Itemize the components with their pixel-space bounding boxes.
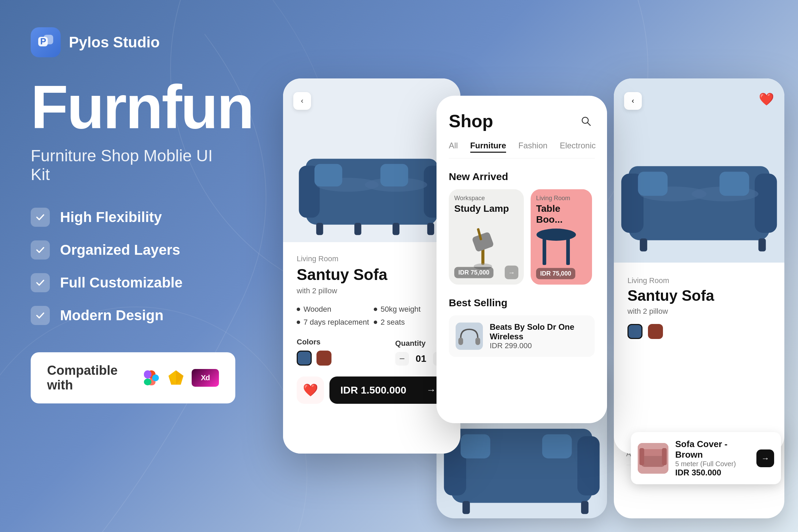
feat-weight: 50kg weight: [374, 305, 447, 314]
tab-electronic[interactable]: Electronic: [560, 141, 595, 153]
tab-furniture[interactable]: Furniture: [470, 141, 506, 153]
right-product-image: ‹ ❤️: [614, 78, 784, 263]
svg-rect-58: [662, 448, 667, 465]
product-desc: with 2 pillow: [297, 286, 447, 295]
table-illustration: [531, 217, 582, 271]
phone-content-center: ‹: [283, 78, 460, 454]
svg-rect-34: [458, 338, 463, 345]
best-item-price-1: IDR 299.000: [490, 341, 588, 350]
card-price-row-lamp: IDR 75,000 →: [454, 266, 518, 279]
check-icon-2: [31, 240, 50, 260]
right-color-swatches: [627, 324, 771, 339]
qty-minus[interactable]: −: [395, 352, 409, 366]
xd-icon: Xd: [192, 369, 219, 387]
product-card-lamp[interactable]: Workspace Study Lamp IDR 75,000 →: [449, 189, 524, 285]
back-button[interactable]: ‹: [293, 92, 311, 110]
check-icon-4: [31, 306, 50, 325]
new-arrived-heading: New Arrived: [449, 171, 595, 182]
right-swatch-blue[interactable]: [627, 324, 642, 339]
svg-line-26: [588, 123, 590, 125]
sketch-icon: [167, 369, 185, 387]
search-button[interactable]: [577, 112, 595, 130]
product-category: Living Room: [297, 254, 447, 263]
tab-fashion[interactable]: Fashion: [518, 141, 547, 153]
new-arrived-scroll: Workspace Study Lamp IDR 75,000 →: [449, 189, 595, 285]
feat-label-weight: 50kg weight: [381, 305, 420, 314]
best-item-name-1: Beats By Solo Dr One Wireless: [490, 322, 588, 341]
headphone-icon: [456, 323, 483, 350]
svg-rect-7: [144, 370, 151, 379]
card-arrow-lamp[interactable]: →: [505, 266, 518, 279]
svg-rect-19: [314, 164, 342, 187]
logo-row: P Pylos Studio: [31, 27, 235, 57]
feature-label-4: Modern Design: [60, 307, 163, 324]
colors-label: Colors: [297, 338, 331, 346]
card-price-row-table: IDR 75,000: [536, 268, 587, 279]
sofa-cover-name: Sofa Cover - Brown: [675, 439, 750, 460]
colors-section: Colors: [297, 338, 331, 366]
right-panel: ‹: [266, 0, 798, 532]
phone-shop: Shop All Furniture Fashion Electronic Ne…: [437, 96, 607, 423]
color-swatch-brown[interactable]: [316, 351, 331, 366]
wishlist-button[interactable]: ❤️: [297, 376, 324, 404]
feat-dot: [297, 308, 300, 311]
hero-title: Furnfun: [31, 78, 235, 136]
tab-all[interactable]: All: [449, 141, 458, 153]
color-swatches: [297, 351, 331, 366]
svg-rect-45: [758, 238, 766, 251]
compatible-text: Compatible with: [47, 363, 130, 393]
heart-icon-right[interactable]: ❤️: [759, 92, 774, 106]
best-item-info-1: Beats By Solo Dr One Wireless IDR 299.00…: [490, 322, 588, 350]
svg-rect-24: [427, 223, 434, 235]
phone-product-right: ‹ ❤️: [614, 78, 784, 454]
feat-label-seats: 2 seats: [381, 318, 405, 327]
card-label-lamp: Workspace: [449, 189, 524, 203]
buy-button[interactable]: IDR 1.500.000 →: [329, 376, 447, 404]
svg-rect-33: [566, 238, 570, 265]
sofa-cover-card[interactable]: Sofa Cover - Brown 5 meter (Full Cover) …: [631, 432, 781, 484]
logo-icon: P: [31, 27, 61, 57]
shop-content: Shop All Furniture Fashion Electronic Ne…: [437, 96, 607, 423]
product-card-table[interactable]: Living Room Table Boo... IDR 75,000: [531, 189, 592, 285]
left-panel: P Pylos Studio Furnfun Furniture Shop Mo…: [0, 0, 266, 532]
svg-rect-29: [472, 232, 494, 252]
right-swatch-brown[interactable]: [648, 324, 663, 339]
best-selling-list: Beats By Solo Dr One Wireless IDR 299.00…: [449, 315, 595, 357]
feat-dot-2: [374, 308, 377, 311]
sofa-cover-arrow-btn[interactable]: →: [756, 449, 774, 467]
shop-header: Shop: [449, 111, 595, 131]
feat-seats: 2 seats: [374, 318, 447, 327]
feature-item-4: Modern Design: [31, 306, 235, 325]
color-swatch-blue[interactable]: [297, 351, 312, 366]
buy-price: IDR 1.500.000: [340, 384, 406, 396]
sofa-cover-info: Sofa Cover - Brown 5 meter (Full Cover) …: [675, 439, 750, 477]
features-list: High Flexibility Organized Layers Full C…: [31, 208, 235, 325]
svg-rect-49: [577, 436, 600, 496]
back-button-right[interactable]: ‹: [624, 92, 642, 110]
buy-arrow-icon: →: [426, 385, 436, 396]
check-icon-1: [31, 208, 50, 227]
best-item-1[interactable]: Beats By Solo Dr One Wireless IDR 299.00…: [449, 315, 595, 357]
right-category: Living Room: [627, 276, 771, 285]
shop-tabs: All Furniture Fashion Electronic: [449, 141, 595, 159]
feature-label-3: Full Customizable: [60, 275, 182, 291]
svg-rect-50: [461, 434, 490, 459]
svg-rect-32: [543, 238, 546, 265]
card-price-table: IDR 75,000: [536, 268, 575, 279]
feat-wooden: Wooden: [297, 305, 370, 314]
compatible-box: Compatible with Xd: [31, 352, 235, 403]
svg-rect-53: [581, 501, 589, 514]
brand-name: Pylos Studio: [69, 34, 160, 51]
feature-item-1: High Flexibility: [31, 208, 235, 227]
sofa-bottom-mid: [437, 407, 607, 518]
best-item-img-1: [456, 323, 483, 350]
svg-text:P: P: [40, 36, 46, 46]
svg-rect-42: [638, 172, 668, 196]
hero-subtitle: Furniture Shop Moblie UI Kit: [31, 146, 235, 184]
card-label-table: Living Room: [531, 189, 592, 203]
feature-label-1: High Flexibility: [60, 209, 162, 225]
right-product-name: Santuy Sofa: [627, 287, 771, 304]
svg-rect-44: [640, 238, 647, 251]
card-price-lamp: IDR 75,000: [454, 267, 493, 278]
svg-rect-52: [462, 501, 470, 514]
